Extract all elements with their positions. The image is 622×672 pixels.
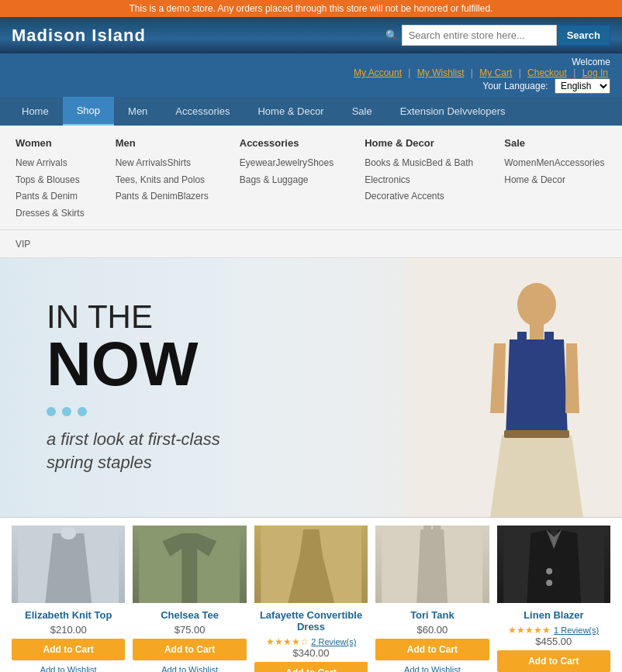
- nav-extensions[interactable]: Extension Delvvelopers: [386, 98, 520, 125]
- megamenu-accessories-title: Accessories: [240, 137, 333, 149]
- svg-rect-4: [544, 332, 554, 343]
- women-dresses[interactable]: Dresses & Skirts: [16, 205, 85, 222]
- product-card-5: Linen Blazer ★★★★★ 1 Review(s) $455.00 A…: [497, 526, 610, 672]
- dot-3[interactable]: [78, 407, 87, 416]
- svg-rect-12: [433, 526, 441, 533]
- hero-dots: [47, 407, 358, 416]
- products-section: Elizabeth Knit Top $210.00 Add to Cart A…: [0, 518, 622, 672]
- product-price-1: $210.00: [12, 624, 125, 636]
- svg-rect-11: [423, 526, 431, 533]
- dot-2[interactable]: [62, 407, 71, 416]
- product-card-1: Elizabeth Knit Top $210.00 Add to Cart A…: [12, 526, 125, 672]
- megamenu: Women New Arrivals Tops & Blouses Pants …: [0, 126, 622, 230]
- product-name-3[interactable]: Lafayette Convertible Dress: [254, 609, 368, 632]
- add-to-cart-3[interactable]: Add to Cart: [254, 662, 368, 672]
- my-account-link[interactable]: My Account: [354, 67, 402, 78]
- megamenu-home-decor-title: Home & Decor: [365, 137, 473, 149]
- header: Madison Island 🔍 Search: [0, 17, 622, 53]
- vip-section: VIP: [0, 230, 622, 258]
- reviews-5[interactable]: 1 Review(s): [554, 625, 599, 635]
- product-image-4: [375, 526, 489, 603]
- product-name-2[interactable]: Chelsea Tee: [133, 609, 246, 621]
- svg-rect-15: [546, 580, 552, 586]
- nav-accessories[interactable]: Accessories: [161, 98, 244, 125]
- language-select[interactable]: English French Spanish: [555, 78, 610, 94]
- sale-women[interactable]: WomenMenAccessories: [504, 155, 604, 172]
- product-name-5[interactable]: Linen Blazer: [497, 609, 610, 621]
- nav-sale[interactable]: Sale: [338, 98, 386, 125]
- hd-decorative[interactable]: Decorative Accents: [365, 188, 473, 205]
- wishlist-4[interactable]: Add to Wishlist: [375, 663, 489, 672]
- main-nav: Home Shop Men Accessories Home & Decor S…: [0, 97, 622, 126]
- my-wishlist-link[interactable]: My Wishlist: [417, 67, 465, 78]
- acc-eyewear[interactable]: EyewearJewelryShoes: [240, 155, 333, 172]
- dot-1[interactable]: [47, 407, 56, 416]
- search-input[interactable]: [402, 25, 557, 46]
- nav-shop[interactable]: Shop: [63, 97, 114, 126]
- product-links-4: Add to Wishlist Add to Compare: [375, 663, 489, 672]
- nav-home-decor[interactable]: Home & Decor: [244, 98, 337, 125]
- language-selector[interactable]: English French Spanish: [555, 78, 610, 94]
- svg-point-1: [517, 283, 556, 326]
- search-button[interactable]: Search: [557, 25, 610, 46]
- megamenu-men-title: Men: [116, 137, 209, 149]
- product-image-2: [133, 526, 246, 603]
- product-card-3: Lafayette Convertible Dress ★★★★☆ 2 Revi…: [254, 526, 368, 672]
- language-label: Your Language:: [482, 81, 548, 91]
- nav-home[interactable]: Home: [8, 98, 63, 125]
- product-links-2: Add to Wishlist Add to Compare: [133, 663, 246, 672]
- add-to-cart-5[interactable]: Add to Cart: [497, 650, 610, 672]
- add-to-cart-4[interactable]: Add to Cart: [375, 639, 489, 660]
- hd-electronics[interactable]: Electronics: [365, 172, 473, 189]
- men-new-arrivals[interactable]: New ArrivalsShirts: [116, 155, 209, 172]
- megamenu-women-title: Women: [16, 137, 85, 149]
- svg-point-7: [60, 527, 76, 539]
- stars-3: ★★★★☆: [266, 636, 309, 647]
- product-image-1: [12, 526, 125, 603]
- product-card-4: Tori Tank $60.00 Add to Cart Add to Wish…: [375, 526, 489, 672]
- hero-banner: IN THE NOW a first look at first-classsp…: [0, 258, 622, 518]
- stars-5: ★★★★★: [508, 625, 551, 636]
- product-name-4[interactable]: Tori Tank: [375, 609, 489, 621]
- hero-subtitle: a first look at first-classspring staple…: [47, 428, 358, 476]
- women-new-arrivals[interactable]: New Arrivals: [16, 155, 85, 172]
- men-tees[interactable]: Tees, Knits and Polos: [116, 172, 209, 189]
- svg-rect-3: [517, 332, 527, 343]
- wishlist-1[interactable]: Add to Wishlist: [12, 663, 125, 672]
- demo-banner: This is a demo store. Any orders placed …: [0, 0, 622, 17]
- sale-home-decor[interactable]: Home & Decor: [504, 172, 604, 189]
- reviews-3[interactable]: 2 Review(s): [311, 637, 356, 646]
- women-tops[interactable]: Tops & Blouses: [16, 172, 85, 189]
- nav-men[interactable]: Men: [114, 98, 161, 125]
- women-pants[interactable]: Pants & Denim: [16, 188, 85, 205]
- my-cart-link[interactable]: My Cart: [479, 67, 512, 78]
- search-form: 🔍 Search: [385, 25, 610, 46]
- acc-bags[interactable]: Bags & Luggage: [240, 172, 333, 189]
- site-logo: Madison Island: [12, 26, 146, 46]
- svg-rect-5: [504, 430, 569, 438]
- product-price-4: $60.00: [375, 624, 489, 636]
- product-image-3: [254, 526, 368, 603]
- svg-rect-14: [546, 568, 552, 574]
- product-image-5: [497, 526, 610, 603]
- hero-image: [405, 258, 622, 518]
- add-to-cart-2[interactable]: Add to Cart: [133, 639, 246, 660]
- checkout-link[interactable]: Checkout: [527, 67, 567, 78]
- product-price-5: ★★★★★ 1 Review(s) $455.00: [497, 624, 610, 647]
- user-nav: Welcome My Account | My Wishlist | My Ca…: [0, 53, 622, 97]
- search-icon: 🔍: [385, 29, 398, 41]
- wishlist-2[interactable]: Add to Wishlist: [133, 663, 246, 672]
- vip-link[interactable]: VIP: [16, 239, 30, 250]
- product-name-1[interactable]: Elizabeth Knit Top: [12, 609, 125, 621]
- svg-rect-2: [530, 323, 544, 340]
- megamenu-accessories: Accessories EyewearJewelryShoes Bags & L…: [240, 137, 333, 222]
- hero-text: IN THE NOW a first look at first-classsp…: [0, 270, 405, 507]
- log-in-link[interactable]: Log In: [582, 67, 608, 78]
- hero-line1: IN THE: [47, 301, 358, 333]
- megamenu-sale-title: Sale: [504, 137, 604, 149]
- men-pants[interactable]: Pants & DenimBlazers: [116, 188, 209, 205]
- add-to-cart-1[interactable]: Add to Cart: [12, 639, 125, 660]
- megamenu-sale: Sale WomenMenAccessories Home & Decor: [504, 137, 604, 222]
- hd-books[interactable]: Books & MusicBed & Bath: [365, 155, 473, 172]
- megamenu-women: Women New Arrivals Tops & Blouses Pants …: [16, 137, 85, 222]
